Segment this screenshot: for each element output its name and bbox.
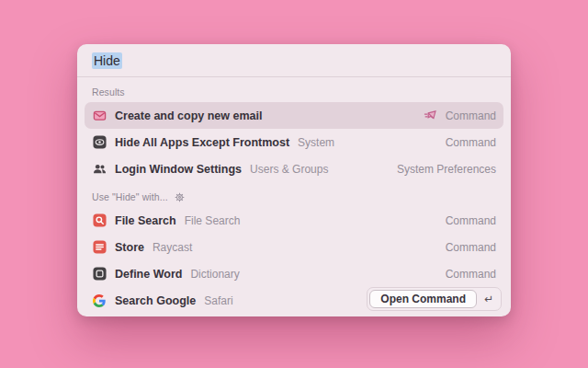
hide-apps-icon (92, 135, 107, 150)
open-command-button[interactable]: Open Command (369, 290, 477, 308)
item-accessory: Command (446, 241, 496, 254)
gear-icon (175, 191, 186, 202)
accessory-label: Command (446, 268, 496, 281)
item-title: Create and copy new email (115, 109, 262, 122)
section-label: Use "Hide" with... (92, 191, 168, 202)
accessory-label: System Preferences (397, 163, 496, 176)
list-item[interactable]: Hide All Apps Except Frontmost System Co… (85, 129, 503, 155)
item-subtitle: Safari (204, 294, 232, 307)
item-title: File Search (115, 214, 176, 227)
item-title: Login Window Settings (115, 163, 242, 176)
item-accessory: Command (446, 268, 496, 281)
item-subtitle: File Search (185, 214, 241, 227)
envelope-icon (92, 109, 107, 123)
list-item[interactable]: Create and copy new email Command (85, 102, 503, 129)
search-input[interactable]: Hide (92, 52, 122, 69)
results-panel: Results Create and copy new email Comman… (77, 77, 511, 314)
item-title: Search Google (115, 294, 196, 307)
item-subtitle: Raycast (153, 241, 192, 254)
return-key-icon: ↵ (479, 293, 499, 305)
item-subtitle: Users & Groups (250, 163, 328, 176)
list-item[interactable]: Define Word Dictionary Command (85, 260, 503, 287)
item-subtitle: Dictionary (190, 268, 239, 281)
section-header-use-with: Use "Hide" with... (92, 191, 496, 202)
list-item[interactable]: File Search File Search Command (85, 207, 503, 234)
send-email-icon (424, 109, 438, 123)
list-item[interactable]: Login Window Settings Users & Groups Sys… (85, 155, 503, 182)
list-item[interactable]: Store Raycast Command (85, 234, 503, 260)
search-bar[interactable]: Hide (77, 44, 511, 77)
section-label: Results (92, 86, 125, 98)
section-header-results: Results (92, 86, 496, 98)
accessory-label: Command (446, 109, 496, 122)
file-search-icon (92, 213, 107, 228)
accessory-label: Command (446, 214, 496, 227)
item-accessory: Command (446, 214, 496, 227)
accessory-label: Command (446, 241, 496, 254)
item-title: Define Word (115, 268, 182, 281)
open-command-group[interactable]: Open Command ↵ (367, 287, 502, 311)
google-icon (92, 293, 107, 308)
item-title: Store (115, 241, 144, 254)
users-icon (92, 162, 107, 177)
item-accessory: System Preferences (397, 163, 496, 176)
item-subtitle: System (298, 136, 334, 149)
item-accessory: Command (446, 136, 496, 149)
item-accessory: Command (424, 109, 496, 123)
raycast-window: Hide Results Create and copy new email C… (77, 44, 511, 316)
accessory-label: Command (446, 136, 496, 149)
dictionary-icon (92, 267, 107, 282)
item-title: Hide All Apps Except Frontmost (115, 136, 289, 149)
store-icon (92, 240, 107, 255)
